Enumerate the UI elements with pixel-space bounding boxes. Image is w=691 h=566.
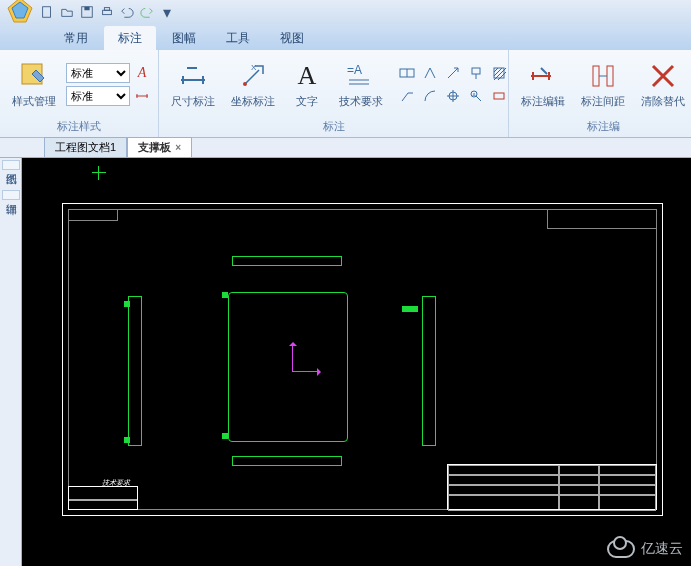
tech-req-button[interactable]: =A 技术要求: [333, 58, 389, 111]
margin-block: [68, 209, 118, 221]
part-mark: [222, 433, 228, 439]
dim-style-icon[interactable]: [132, 86, 152, 106]
balloon-icon[interactable]: A: [466, 86, 486, 106]
qat-undo-icon[interactable]: [118, 3, 136, 21]
style-combo-1[interactable]: 标准: [66, 63, 130, 83]
text-button[interactable]: A 文字: [285, 58, 329, 111]
part-mark: [402, 306, 418, 312]
tech-req-label: 技术要求: [339, 94, 383, 109]
tolerance-icon[interactable]: [397, 63, 417, 83]
close-icon[interactable]: ×: [175, 142, 181, 153]
svg-rect-5: [103, 10, 112, 14]
svg-rect-2: [43, 7, 51, 18]
qat-redo-icon[interactable]: [138, 3, 156, 21]
annotation-spacing-label: 标注间距: [581, 94, 625, 109]
dimension-icon: [177, 60, 209, 92]
watermark: 亿速云: [607, 540, 683, 558]
axis-y-icon: [292, 343, 293, 371]
group-label-annotation: 标注: [165, 117, 502, 137]
svg-rect-22: [494, 93, 504, 99]
quick-access-toolbar: ▾: [0, 0, 691, 24]
rev-block: [68, 486, 138, 510]
center-icon[interactable]: [443, 86, 463, 106]
document-tabs: 工程图文档1 支撑板×: [0, 138, 691, 158]
coordinate-icon: X: [237, 60, 269, 92]
clear-override-icon: [647, 60, 679, 92]
datum-icon[interactable]: [466, 63, 486, 83]
part-right-column: [422, 296, 436, 446]
style-manager-button[interactable]: 样式管理: [6, 58, 62, 111]
doctab-label: 工程图文档1: [55, 140, 116, 155]
dimension-button[interactable]: 尺寸标注: [165, 58, 221, 111]
arc-icon[interactable]: [420, 86, 440, 106]
ribbon-tabs: 常用 标注 图幅 工具 视图: [0, 24, 691, 50]
doctab-label: 支撑板: [138, 140, 171, 155]
svg-text:=A: =A: [347, 63, 362, 77]
clear-override-label: 清除替代: [641, 94, 685, 109]
doctab-drawing1[interactable]: 工程图文档1: [44, 137, 127, 157]
watermark-text: 亿速云: [641, 540, 683, 558]
svg-rect-23: [593, 66, 599, 86]
qat-dropdown-icon[interactable]: ▾: [158, 3, 176, 21]
part-mark: [124, 301, 130, 307]
part-left-column: [128, 296, 142, 446]
hatch-icon[interactable]: [489, 63, 509, 83]
weld-icon[interactable]: [443, 63, 463, 83]
ribbon: 样式管理 标准 A 标准 标注样式 尺寸标注 X: [0, 50, 691, 138]
axis-x-icon: [292, 371, 320, 372]
part-mark: [124, 437, 130, 443]
svg-rect-4: [84, 7, 89, 11]
tab-annotation[interactable]: 标注: [104, 26, 156, 50]
cursor-crosshair: [92, 166, 106, 180]
tab-view[interactable]: 视图: [266, 26, 318, 50]
doctab-support-plate[interactable]: 支撑板×: [127, 137, 192, 157]
coordinate-label: 坐标标注: [231, 94, 275, 109]
leader-icon[interactable]: [397, 86, 417, 106]
sidebar-item-details[interactable]: 详细: [2, 190, 20, 200]
tab-frame[interactable]: 图幅: [158, 26, 210, 50]
annotation-edit-label: 标注编辑: [521, 94, 565, 109]
qat-print-icon[interactable]: [98, 3, 116, 21]
text-label: 文字: [296, 94, 318, 109]
text-style-icon[interactable]: A: [132, 63, 152, 83]
group-annotation-edit: 标注编辑 标注间距 清除替代 标注编: [509, 50, 691, 137]
coordinate-button[interactable]: X 坐标标注: [225, 58, 281, 111]
title-block: [447, 464, 657, 510]
cad-viewport[interactable]: 技术要求 亿速云: [22, 158, 691, 566]
part-mark: [222, 292, 228, 298]
tech-req-icon: =A: [345, 60, 377, 92]
group-label-style: 标注样式: [6, 117, 152, 137]
svg-rect-24: [607, 66, 613, 86]
svg-rect-6: [104, 8, 109, 11]
cad-drawing: 技术要求: [22, 158, 691, 566]
group-annotation: 尺寸标注 X 坐标标注 A 文字 =A 技术要求: [159, 50, 509, 137]
dimension-label: 尺寸标注: [171, 94, 215, 109]
workspace: 图纸 详细: [0, 158, 691, 566]
part-center-plate: [228, 292, 348, 442]
part-top-bar: [232, 256, 342, 266]
roughness-icon[interactable]: [420, 63, 440, 83]
tab-common[interactable]: 常用: [50, 26, 102, 50]
style-manager-label: 样式管理: [12, 94, 56, 109]
style-combo-2[interactable]: 标准: [66, 86, 130, 106]
app-icon: [4, 0, 36, 28]
cloud-icon: [607, 540, 635, 558]
margin-block: [547, 209, 657, 229]
qat-save-icon[interactable]: [78, 3, 96, 21]
sidebar: 图纸 详细: [0, 158, 22, 566]
clear-override-button[interactable]: 清除替代: [635, 58, 691, 111]
tab-tools[interactable]: 工具: [212, 26, 264, 50]
sidebar-item-sheets[interactable]: 图纸: [2, 160, 20, 170]
annotation-spacing-button[interactable]: 标注间距: [575, 58, 631, 111]
annotation-edit-button[interactable]: 标注编辑: [515, 58, 571, 111]
svg-line-21: [476, 96, 481, 101]
group-annotation-style: 样式管理 标准 A 标准 标注样式: [0, 50, 159, 137]
text-icon: A: [291, 60, 323, 92]
part-bottom-bar: [232, 456, 342, 466]
annotation-spacing-icon: [587, 60, 619, 92]
svg-rect-15: [494, 68, 504, 78]
svg-text:X: X: [251, 63, 257, 72]
qat-new-icon[interactable]: [38, 3, 56, 21]
symbol-icon[interactable]: [489, 86, 509, 106]
qat-open-icon[interactable]: [58, 3, 76, 21]
